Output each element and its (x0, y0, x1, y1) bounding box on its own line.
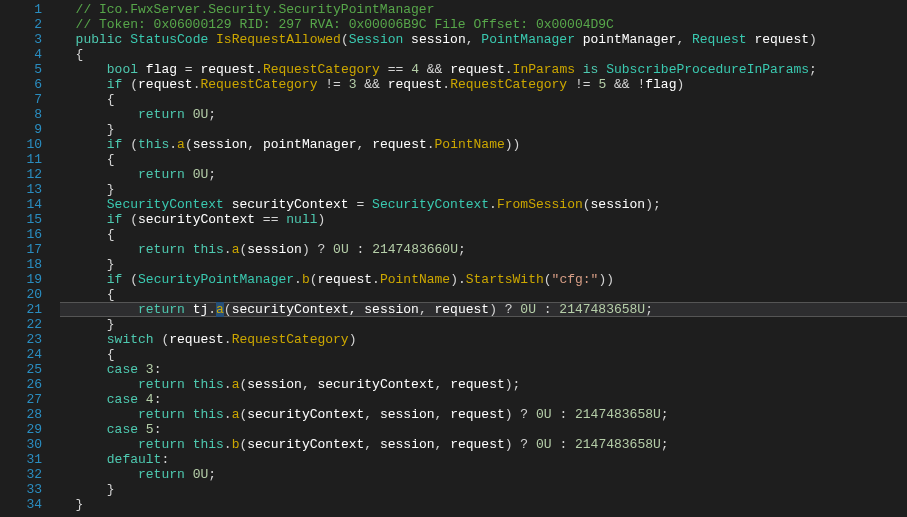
line-number: 7 (0, 92, 42, 107)
code-line: { (60, 92, 907, 107)
token-op: { (60, 152, 115, 167)
token-prop: RequestCategory (232, 332, 349, 347)
code-line: { (60, 227, 907, 242)
line-number: 30 (0, 437, 42, 452)
code-line: { (60, 347, 907, 362)
token-pl: securityContext, (232, 302, 365, 317)
token-num: 0U (536, 407, 552, 422)
line-number: 9 (0, 122, 42, 137)
line-number: 24 (0, 347, 42, 362)
token-kw: return (60, 377, 193, 392)
token-op: ; (661, 437, 669, 452)
token-cm: // Token: 0x06000129 RID: 297 RVA: 0x000… (60, 17, 614, 32)
token-prop: PointName (380, 272, 450, 287)
token-pl: session (247, 377, 302, 392)
token-op: : (552, 407, 575, 422)
token-op: , (435, 377, 451, 392)
token-ty: StatusCode (130, 32, 216, 47)
code-line: } (60, 257, 907, 272)
token-op: } (60, 482, 115, 497)
token-op: ) ? (302, 242, 333, 257)
token-op: . (224, 242, 232, 257)
code-line: { (60, 47, 907, 62)
token-kw: this (193, 242, 224, 257)
token-op: ; (661, 407, 669, 422)
token-op: )) (505, 137, 521, 152)
token-num: 0U (520, 302, 536, 317)
line-number: 26 (0, 377, 42, 392)
token-pl: flag (645, 77, 676, 92)
token-op: )) (598, 272, 614, 287)
line-number: 15 (0, 212, 42, 227)
token-pl: request (435, 302, 490, 317)
token-op: ( (185, 137, 193, 152)
token-op: ( (224, 302, 232, 317)
token-kw: this (193, 377, 224, 392)
line-number: 33 (0, 482, 42, 497)
token-pl: securityContext (247, 437, 364, 452)
token-kw: this (193, 437, 224, 452)
code-line: bool flag = request.RequestCategory == 4… (60, 62, 907, 77)
token-op: ( (130, 212, 138, 227)
token-op: } (60, 182, 115, 197)
token-ty: SubscribeProcedureInParams (606, 62, 809, 77)
token-op: ) (676, 77, 684, 92)
token-op: , (676, 32, 692, 47)
token-kw: if (60, 137, 130, 152)
token-pl: session (364, 302, 419, 317)
token-op: ( (130, 137, 138, 152)
token-op: . (224, 332, 232, 347)
code-line: case 4: (60, 392, 907, 407)
token-mtd: b (302, 272, 310, 287)
line-number: 32 (0, 467, 42, 482)
token-op: ; (208, 467, 216, 482)
token-pl: session (411, 32, 466, 47)
selection: a (216, 302, 224, 317)
token-op: ; (208, 167, 216, 182)
token-num: 2147483658U (575, 437, 661, 452)
code-line: { (60, 287, 907, 302)
token-pl: request (200, 62, 255, 77)
token-op: && (357, 77, 388, 92)
token-prop: PointName (435, 137, 505, 152)
token-op: ) (349, 332, 357, 347)
token-ty: SecurityContext (60, 197, 232, 212)
token-pl: session (591, 197, 646, 212)
token-op: . (169, 137, 177, 152)
line-number: 18 (0, 257, 42, 272)
token-op: , (247, 137, 263, 152)
token-op: : (154, 392, 162, 407)
token-kw: if (60, 77, 130, 92)
token-op: == (255, 212, 286, 227)
token-ty: Session (349, 32, 411, 47)
code-line: return 0U; (60, 467, 907, 482)
token-kw: if (60, 212, 130, 227)
token-pl: tj (193, 302, 209, 317)
token-op: ) (318, 212, 326, 227)
token-mtd: IsRequestAllowed (216, 32, 341, 47)
code-line: return 0U; (60, 167, 907, 182)
token-kw: return (60, 167, 193, 182)
line-number: 14 (0, 197, 42, 212)
token-op: : (154, 422, 162, 437)
token-op: . (489, 197, 497, 212)
token-mtd: a (177, 137, 185, 152)
token-pl: request (138, 77, 193, 92)
token-num: 0U (193, 107, 209, 122)
token-op: , (364, 437, 380, 452)
token-op: == (380, 62, 411, 77)
token-kw: case (60, 392, 146, 407)
token-kw: return (60, 242, 193, 257)
token-op: . (442, 77, 450, 92)
token-prop: RequestCategory (200, 77, 317, 92)
token-op: , (419, 302, 435, 317)
token-op: } (60, 497, 83, 512)
token-op: . (224, 377, 232, 392)
token-kw: return (60, 107, 193, 122)
token-op: : (161, 452, 169, 467)
token-op: . (208, 302, 216, 317)
line-number: 8 (0, 107, 42, 122)
token-op: . (427, 137, 435, 152)
code-line: return this.a(session, securityContext, … (60, 377, 907, 392)
code-area[interactable]: // Ico.FwxServer.Security.SecurityPointM… (60, 0, 907, 517)
